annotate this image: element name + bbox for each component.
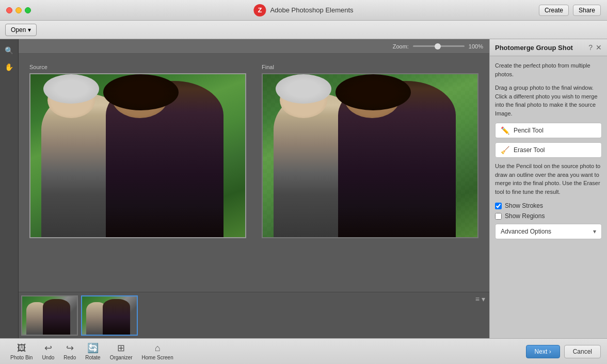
thumbnail-2[interactable] [81, 295, 138, 336]
close-panel-icon[interactable]: ✕ [596, 43, 602, 52]
hand-tool[interactable]: ✋ [2, 60, 17, 74]
zoom-slider[interactable] [413, 45, 465, 47]
rotate-button[interactable]: 🔄 Rotate [81, 340, 104, 362]
final-label: Final [262, 64, 478, 70]
thumbnail-strip: ≡ ▾ [19, 292, 489, 338]
source-panel: Source [29, 64, 246, 238]
help-icon[interactable]: ? [588, 43, 593, 52]
home-icon: ⌂ [155, 343, 161, 354]
close-button[interactable] [6, 7, 12, 13]
show-regions-row: Show Regions [495, 212, 602, 220]
show-regions-checkbox[interactable] [495, 213, 502, 220]
organizer-button[interactable]: ⊞ Organizer [106, 340, 137, 362]
bottom-right-actions: Next › Cancel [526, 345, 601, 358]
redo-icon: ↪ [66, 342, 74, 354]
main-content: 🔍 ✋ Zoom: 100% Source [0, 39, 607, 338]
pencil-icon: ✏️ [501, 126, 509, 135]
bottom-toolbar: 🖼 Photo Bin ↩ Undo ↪ Redo 🔄 Rotate ⊞ Org… [0, 338, 607, 364]
maximize-button[interactable] [25, 7, 31, 13]
rotate-icon: 🔄 [87, 342, 99, 354]
left-tool-panel: 🔍 ✋ [0, 39, 19, 338]
zoom-bar: Zoom: 100% [19, 39, 489, 54]
final-panel: Final [262, 64, 478, 238]
pencil-tool-button[interactable]: ✏️ Pencil Tool [495, 123, 602, 138]
undo-icon: ↩ [44, 342, 52, 354]
usage-text: Use the Pencil tool on the source photo … [495, 162, 602, 196]
right-panel-header: Photomerge Group Shot ? ✕ [490, 39, 607, 56]
open-button[interactable]: Open ▾ [5, 24, 37, 36]
eraser-tool-button[interactable]: 🧹 Eraser Tool [495, 142, 602, 158]
expand-strip-icon[interactable]: ▾ [482, 295, 485, 303]
source-label: Source [29, 64, 246, 70]
right-panel-title: Photomerge Group Shot [495, 44, 573, 52]
zoom-label: Zoom: [393, 43, 409, 49]
advanced-options-label: Advanced Options [501, 228, 551, 235]
description-1: Create the perfect photo from multiple p… [495, 61, 602, 78]
source-photo-frame [29, 73, 246, 238]
cancel-button[interactable]: Cancel [564, 345, 601, 358]
eraser-tool-label: Eraser Tool [514, 146, 545, 154]
canvas-workspace: Source [19, 54, 489, 292]
bottom-left-tools: 🖼 Photo Bin ↩ Undo ↪ Redo 🔄 Rotate ⊞ Org… [6, 340, 526, 362]
right-panel: Photomerge Group Shot ? ✕ Create the per… [489, 39, 607, 338]
minimize-button[interactable] [15, 7, 22, 13]
show-strokes-row: Show Strokes [495, 202, 602, 209]
create-button[interactable]: Create [539, 5, 569, 16]
magnifier-tool[interactable]: 🔍 [2, 43, 17, 58]
eraser-icon: 🧹 [501, 146, 509, 154]
redo-button[interactable]: ↪ Redo [59, 340, 80, 362]
share-button[interactable]: Share [573, 5, 601, 16]
advanced-options-button[interactable]: Advanced Options ▾ [495, 224, 602, 239]
chevron-down-icon: ▾ [593, 228, 596, 235]
photo-bin-button[interactable]: 🖼 Photo Bin [6, 341, 37, 362]
right-panel-body: Create the perfect photo from multiple p… [490, 56, 607, 338]
list-view-icon[interactable]: ≡ [475, 295, 480, 303]
source-photo [30, 74, 245, 237]
next-button[interactable]: Next › [526, 345, 560, 358]
description-2: Drag a group photo to the final window. … [495, 84, 602, 118]
next-arrow-icon: › [549, 348, 551, 355]
show-strokes-label: Show Strokes [505, 202, 543, 209]
home-screen-button[interactable]: ⌂ Home Screen [138, 341, 178, 362]
show-strokes-checkbox[interactable] [495, 203, 502, 209]
traffic-lights [6, 7, 31, 13]
photo-bin-icon: 🖼 [17, 343, 26, 354]
titlebar-right-actions: Create Share [539, 5, 601, 16]
organizer-icon: ⊞ [117, 342, 125, 354]
right-panel-icons: ? ✕ [588, 43, 602, 52]
app-logo: Z [253, 4, 266, 16]
thumbnail-1[interactable] [21, 295, 78, 336]
final-photo-frame [262, 73, 478, 238]
strip-controls: ≡ ▾ [475, 295, 485, 303]
titlebar-center: Z Adobe Photoshop Elements [253, 4, 353, 16]
top-toolbar: Open ▾ [0, 21, 607, 39]
dropdown-arrow-icon: ▾ [28, 26, 31, 34]
zoom-value: 100% [469, 43, 483, 49]
app-title: Adobe Photoshop Elements [270, 6, 353, 14]
pencil-tool-label: Pencil Tool [514, 127, 544, 134]
show-regions-label: Show Regions [505, 212, 545, 220]
canvas-area: Zoom: 100% Source [19, 39, 489, 338]
undo-button[interactable]: ↩ Undo [38, 340, 58, 362]
titlebar: Z Adobe Photoshop Elements Create Share [0, 0, 607, 21]
